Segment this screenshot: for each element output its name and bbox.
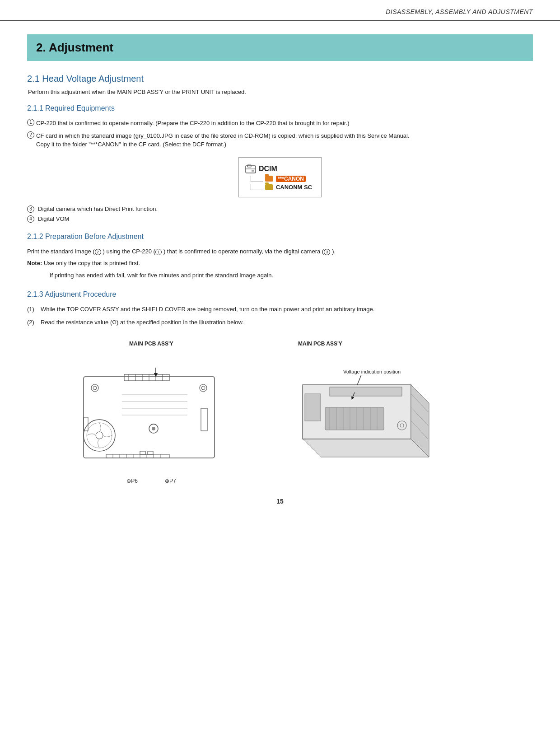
num-text-1: While the TOP COVER ASS'Y and the SHIELD… xyxy=(41,305,374,314)
page-header: DISASSEMBLY, ASSEMBLY AND ADJUSTMENT xyxy=(0,0,560,21)
section-2-1-2-title: 2.1.2 Preparation Before Adjustment xyxy=(27,233,533,241)
illus-left: MAIN PCB ASS'Y xyxy=(27,341,275,484)
list-item-3: 3 Digital camera which has Direct Print … xyxy=(27,205,533,213)
main-content: 2. Adjustment 2.1 Head Voltage Adjustmen… xyxy=(0,21,560,532)
folder-icon-canon xyxy=(265,176,273,182)
circled-2: 2 xyxy=(27,131,34,139)
svg-rect-23 xyxy=(106,454,169,458)
list-text-4: Digital VOM xyxy=(38,215,69,222)
svg-point-12 xyxy=(91,384,98,392)
svg-point-17 xyxy=(87,423,112,448)
ref-2: 2 xyxy=(95,249,101,255)
section-2-box: 2. Adjustment xyxy=(27,34,533,61)
tree-line-1 xyxy=(251,176,263,182)
dcim-label: DCIM xyxy=(259,165,277,173)
numbered-item-1: (1) While the TOP COVER ASS'Y and the SH… xyxy=(27,305,533,314)
list-text-2: CF card in which the standard image (gry… xyxy=(36,131,533,149)
num-text-2: Read the resistance value (Ω) at the spe… xyxy=(41,318,244,327)
ref-1: 1 xyxy=(155,249,162,255)
note-label: Note: xyxy=(27,260,44,266)
svg-point-14 xyxy=(200,384,207,392)
svg-point-13 xyxy=(93,386,97,390)
section-2-1-title: 2.1 Head Voltage Adjustment xyxy=(27,74,533,84)
dcim-drive-icon xyxy=(245,164,256,173)
svg-marker-41 xyxy=(303,439,429,457)
list-text-3: Digital camera which has Direct Print fu… xyxy=(38,205,158,212)
section-212-note2: If printing has ended with fail, wait fo… xyxy=(50,271,533,280)
svg-rect-32 xyxy=(201,408,207,431)
dcim-tree: ***CANON CANONM SC xyxy=(245,175,312,191)
page-container: DISASSEMBLY, ASSEMBLY AND ADJUSTMENT 2. … xyxy=(0,0,560,747)
list-text-1: CP-220 that is confirmed to operate norm… xyxy=(36,119,533,128)
svg-rect-4 xyxy=(84,377,215,458)
p6-label: ⊖P6 xyxy=(126,478,138,484)
svg-point-18 xyxy=(96,432,103,439)
section-212-body: Print the standard image (2) using the C… xyxy=(27,247,533,257)
svg-point-15 xyxy=(201,386,205,390)
section-2-title: 2. Adjustment xyxy=(36,41,113,54)
dcim-main-row: DCIM xyxy=(245,164,312,173)
svg-rect-0 xyxy=(246,166,256,173)
svg-rect-53 xyxy=(330,387,402,396)
illus-right: MAIN PCB ASS'Y Voltage indication positi… xyxy=(285,341,533,475)
folder-canonm-label: CANONM SC xyxy=(276,184,312,191)
list-item-2: 2 CF card in which the standard image (g… xyxy=(27,131,533,149)
section-2-1-intro: Perform this adjustment when the MAIN PC… xyxy=(28,89,533,95)
ref-3: 3 xyxy=(324,249,330,255)
p6p7-labels: ⊖P6 ⊕P7 xyxy=(126,478,176,484)
header-title: DISASSEMBLY, ASSEMBLY AND ADJUSTMENT xyxy=(386,8,533,15)
section-2-1-3: 2.1.3 Adjustment Procedure (1) While the… xyxy=(27,290,533,485)
svg-rect-44 xyxy=(325,407,384,430)
illus-left-label: MAIN PCB ASS'Y xyxy=(129,341,173,347)
dcim-tree-row-1: ***CANON xyxy=(251,176,312,182)
list-item-1: 1 CP-220 that is confirmed to operate no… xyxy=(27,119,533,128)
svg-rect-38 xyxy=(84,417,88,431)
section-2-1: 2.1 Head Voltage Adjustment Perform this… xyxy=(27,74,533,484)
section-212-note: Note: Use only the copy that is printed … xyxy=(27,259,533,268)
p7-label: ⊕P7 xyxy=(165,478,176,484)
illustrations-area: MAIN PCB ASS'Y xyxy=(27,341,533,484)
circled-4: 4 xyxy=(27,215,34,223)
svg-rect-3 xyxy=(252,170,254,172)
illus-right-label: MAIN PCB ASS'Y xyxy=(298,341,342,347)
numbered-item-2: (2) Read the resistance value (Ω) at the… xyxy=(27,318,533,327)
list-item-4: 4 Digital VOM xyxy=(27,215,533,223)
svg-point-20 xyxy=(152,427,155,430)
svg-rect-54 xyxy=(305,394,321,421)
section-2-1-1-title: 2.1.1 Required Equipments xyxy=(27,104,533,112)
section-2-1-3-title: 2.1.3 Adjustment Procedure xyxy=(27,290,533,299)
num-1: (1) xyxy=(27,305,41,314)
voltage-label-svg: Voltage indication position xyxy=(343,369,401,374)
page-number: 15 xyxy=(27,498,533,505)
tree-line-2 xyxy=(251,184,263,190)
dcim-diagram: DCIM ***CANON xyxy=(27,157,533,197)
section-2-1-2: 2.1.2 Preparation Before Adjustment Prin… xyxy=(27,233,533,280)
circled-1: 1 xyxy=(27,119,34,126)
pcb-right-illustration: Voltage indication position xyxy=(285,349,438,475)
folder-canon-label: ***CANON xyxy=(276,176,306,182)
section-2-1-1: 2.1.1 Required Equipments 1 CP-220 that … xyxy=(27,104,533,223)
dcim-tree-row-2: CANONM SC xyxy=(251,184,312,191)
dcim-inner: DCIM ***CANON xyxy=(238,157,322,197)
folder-icon-canonm xyxy=(265,184,273,190)
num-2: (2) xyxy=(27,318,41,327)
circled-3: 3 xyxy=(27,205,34,213)
pcb-left-illustration xyxy=(70,350,233,476)
